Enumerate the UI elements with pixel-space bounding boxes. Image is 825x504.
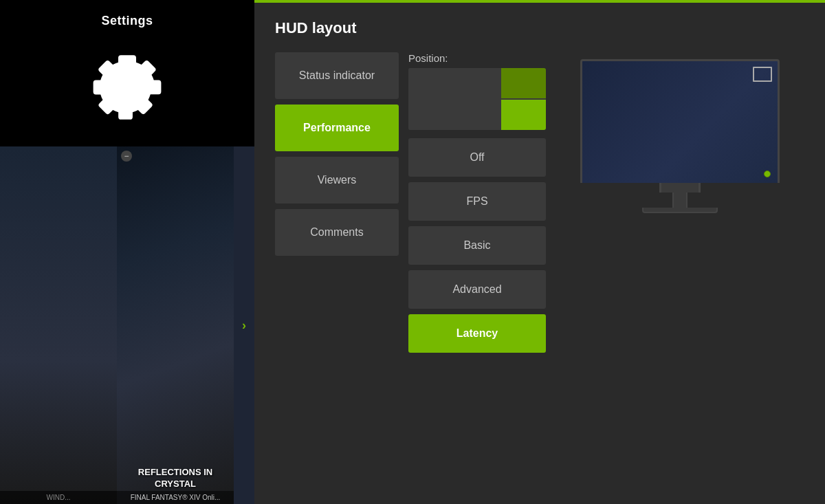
right-panel: HUD layout Status indicator Performance …: [254, 0, 825, 504]
minus-badge: −: [121, 151, 132, 162]
pos-cell-top-left[interactable]: [408, 68, 453, 98]
left-panel: Settings WIND... − REFLECTIONS INCRYSTAL: [0, 0, 254, 504]
settings-header: Settings: [0, 0, 254, 146]
fps-button[interactable]: FPS: [408, 182, 546, 221]
monitor-green-dot: [764, 171, 771, 177]
hud-middle-column: Position: Off FPS Basic Advanced Latency: [408, 52, 546, 490]
monitor-preview: [556, 52, 804, 490]
hud-layout-title: HUD layout: [275, 19, 804, 37]
monitor-hud-indicator: [753, 67, 772, 82]
pos-cell-top-mid[interactable]: [454, 68, 499, 98]
viewers-button[interactable]: Viewers: [275, 157, 399, 204]
gear-icon: [0, 39, 254, 135]
crystal-game-title: REFLECTIONS INCRYSTAL: [138, 467, 212, 490]
status-indicator-button[interactable]: Status indicator: [275, 52, 399, 99]
settings-title: Settings: [0, 14, 254, 28]
latency-button[interactable]: Latency: [408, 314, 546, 353]
comments-button[interactable]: Comments: [275, 209, 399, 256]
off-button[interactable]: Off: [408, 138, 546, 177]
games-row: WIND... − REFLECTIONS INCRYSTAL FINAL FA…: [0, 146, 254, 504]
monitor-stand-top: [659, 183, 701, 193]
monitor-wrap: [580, 59, 780, 213]
advanced-button[interactable]: Advanced: [408, 270, 546, 309]
position-section: Position:: [408, 52, 546, 130]
pos-cell-bot-right[interactable]: [501, 100, 546, 130]
game-thumb-3[interactable]: ›: [234, 146, 254, 504]
hud-left-column: Status indicator Performance Viewers Com…: [275, 52, 399, 490]
performance-button[interactable]: Performance: [275, 105, 399, 151]
game2-label: FINAL FANTASY® XIV Onli...: [117, 491, 234, 504]
position-grid: [408, 68, 546, 130]
pos-cell-bot-mid[interactable]: [454, 100, 499, 130]
basic-button[interactable]: Basic: [408, 226, 546, 265]
monitor-stand-bottom: [642, 208, 718, 213]
position-label: Position:: [408, 52, 546, 64]
game1-label: WIND...: [0, 491, 117, 504]
monitor-screen: [580, 59, 780, 183]
monitor-stand-neck: [672, 193, 688, 208]
hud-content: Status indicator Performance Viewers Com…: [275, 52, 804, 490]
pos-cell-bot-left[interactable]: [408, 100, 453, 130]
gear-svg: [82, 43, 172, 132]
game-thumb-2[interactable]: − REFLECTIONS INCRYSTAL FINAL FANTASY® X…: [117, 146, 234, 504]
pos-cell-top-right[interactable]: [501, 68, 546, 98]
game-thumb-1[interactable]: WIND...: [0, 146, 117, 504]
